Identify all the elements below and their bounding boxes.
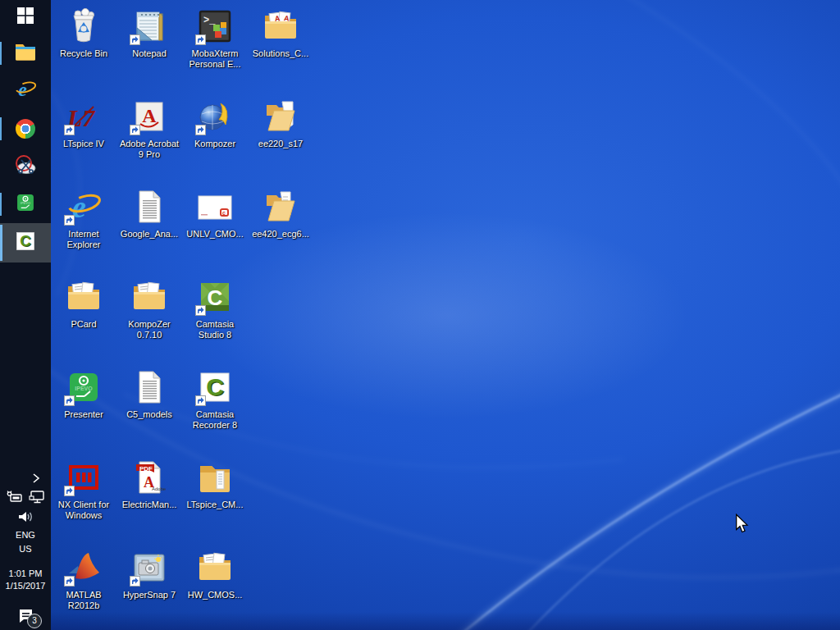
shortcut-arrow-icon (64, 486, 75, 496)
taskbar-button-ipevo-presenter[interactable]: IPEVO (0, 185, 51, 223)
desktop-icon-ltspice-cm[interactable]: LTspice_CM... (184, 458, 246, 510)
chrome-icon (16, 119, 35, 139)
running-indicator (0, 117, 2, 140)
desktop-icon-hw-cmos[interactable]: HW_CMOS... (184, 548, 246, 600)
unlv-doc-icon: c (195, 187, 235, 226)
document-icon (130, 187, 169, 226)
desktop-icon-electricman[interactable]: PDF A AdobeElectricMan... (118, 458, 180, 510)
shortcut-arrow-icon (195, 395, 206, 406)
desktop-icon-label: Recycle Bin (52, 48, 115, 59)
desktop-icon-notepad[interactable]: Notepad (118, 7, 180, 59)
folder-docs-icon (130, 277, 169, 317)
desktop-icon-ltspice-iv[interactable]: L7 LTspice IV (52, 97, 115, 149)
desktop-icon-label: Camtasia Recorder 8 (184, 409, 246, 431)
desktop-icon-label: NX Client for Windows (52, 500, 115, 521)
svg-text:e: e (18, 79, 27, 100)
desktop-icon-label: Solutions_C... (249, 48, 312, 59)
display-network-icon[interactable] (28, 489, 46, 505)
desktop-icon-label: UNLV_CMO... (184, 229, 246, 240)
start-button[interactable] (0, 0, 51, 34)
folder-docs-icon (195, 548, 235, 587)
folder-open-icon (261, 97, 300, 136)
desktop-icon-kompozer[interactable]: Kompozer (184, 97, 246, 149)
taskbar-button-camtasia[interactable]: C C (0, 223, 51, 262)
desktop-icon-recycle-bin[interactable]: Recycle Bin (52, 7, 115, 59)
taskbar-button-file-explorer[interactable] (0, 34, 51, 72)
volume-icon[interactable] (16, 509, 34, 525)
desktop-icon-label: ee420_ecg6... (249, 229, 312, 240)
mouse-cursor (734, 514, 749, 536)
desktop-icon-label: Camtasia Studio 8 (184, 319, 246, 340)
mobaxterm-icon: >_ (195, 7, 235, 46)
camtasia-studio-icon: C (195, 277, 235, 317)
shortcut-arrow-icon (64, 215, 75, 226)
desktop-icon-solutions-c[interactable]: A A Solutions_C... (249, 7, 312, 59)
shortcut-arrow-icon (130, 576, 140, 587)
desktop-icon-label: PCard (52, 319, 115, 330)
desktop-icon-label: MATLAB R2012b (52, 590, 115, 611)
taskbar-app-buttons: e IPEVO C C (0, 0, 51, 262)
svg-text:>_: >_ (203, 15, 216, 26)
desktop-icon-ee420-ecg6[interactable]: ee420_ecg6... (249, 187, 312, 240)
show-hidden-icons-chevron[interactable] (0, 470, 51, 486)
folder-docs-icon (64, 277, 103, 317)
recycle-bin-icon (64, 7, 103, 46)
desktop-icon-presenter[interactable]: IPEVO Presenter (52, 368, 115, 420)
clock-date: 1/15/2017 (6, 580, 46, 592)
desktop-icon-camtasia-studio-8[interactable]: C Camtasia Studio 8 (184, 277, 246, 340)
desktop-icon-camtasia-recorder-8[interactable]: C C Camtasia Recorder 8 (184, 368, 246, 431)
camtasia-icon: C C (13, 229, 38, 257)
running-indicator (0, 193, 2, 216)
folder-open-docs-icon (261, 187, 300, 226)
desktop-icon-label: Presenter (52, 409, 115, 420)
ie-icon: e (64, 187, 103, 226)
camtasia-recorder-icon: C C (195, 368, 235, 407)
clock[interactable]: 1:01 PM 1/15/2017 (6, 568, 46, 592)
desktop-icon-hypersnap-7[interactable]: HyperSnap 7 (118, 548, 180, 600)
taskbar-button-internet-explorer[interactable]: e (0, 72, 51, 110)
desktop-icon-mobaxterm-personal-e[interactable]: >_ MobaXterm Personal E... (184, 7, 246, 70)
notepad-icon (130, 7, 169, 46)
desktop-icon-label: Google_Ana... (118, 229, 180, 240)
safely-remove-hardware-icon[interactable] (6, 489, 24, 505)
folder-icon (14, 41, 37, 66)
taskbar-button-snipping-tool[interactable] (0, 148, 51, 185)
wallpaper-bottom-shade (0, 612, 840, 630)
taskbar-button-chrome[interactable] (0, 110, 51, 148)
desktop-icon-nx-client-for-windows[interactable]: NX Client for Windows (52, 458, 115, 521)
desktop-icon-label: C5_models (118, 409, 180, 420)
ipevo-icon: IPEVO (64, 368, 103, 407)
desktop-icon-c5-models[interactable]: C5_models (118, 368, 180, 420)
svg-text:Adobe: Adobe (152, 486, 167, 491)
hypersnap-icon (130, 548, 169, 587)
clock-time: 1:01 PM (6, 568, 46, 580)
desktop-icon-ee220-s17[interactable]: ee220_s17 (249, 97, 312, 149)
desktop-icon-label: Notepad (118, 48, 180, 59)
shortcut-arrow-icon (130, 125, 140, 135)
kompozer-icon (195, 97, 235, 136)
desktop-icon-label: LTspice IV (52, 139, 115, 149)
language-indicator[interactable]: ENG US (16, 528, 35, 556)
snip-icon (14, 153, 37, 180)
action-center-button[interactable]: 3 (14, 605, 37, 625)
notification-badge: 3 (27, 614, 42, 628)
desktop-icon-label: MobaXterm Personal E... (184, 48, 246, 70)
taskbar: e IPEVO C C (0, 0, 51, 630)
desktop-icon-label: Internet Explorer (52, 229, 115, 250)
pdf-doc-icon: PDF A Adobe (130, 458, 169, 497)
folder-pdf-icon: A A (261, 7, 300, 46)
document-icon (130, 368, 169, 407)
desktop-icon-kompozer-0-7-10[interactable]: KompoZer 0.7.10 (118, 277, 180, 340)
desktop-icon-label: ElectricMan... (118, 500, 180, 510)
desktop-icon-google-ana[interactable]: Google_Ana... (118, 187, 180, 240)
shortcut-arrow-icon (195, 305, 206, 316)
svg-text:A: A (142, 105, 157, 126)
desktop-icon-internet-explorer[interactable]: e Internet Explorer (52, 187, 115, 250)
desktop-icon-adobe-acrobat-9-pro[interactable]: A Adobe Acrobat 9 Pro (118, 97, 180, 160)
language-line2: US (16, 542, 35, 556)
matlab-icon (64, 548, 103, 587)
svg-text:C: C (208, 285, 223, 310)
desktop-icon-unlv-cmo[interactable]: c UNLV_CMO... (184, 187, 246, 240)
desktop-icon-matlab-r2012b[interactable]: MATLAB R2012b (52, 548, 115, 611)
desktop-icon-pcard[interactable]: PCard (52, 277, 115, 330)
